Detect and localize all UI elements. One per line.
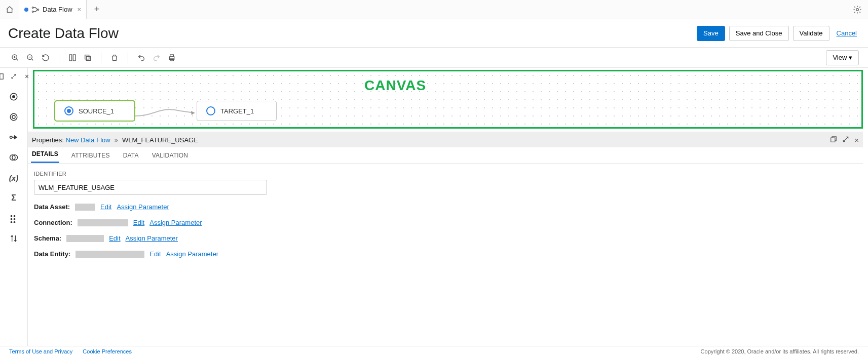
svg-point-21: [11, 215, 13, 217]
print-icon: [168, 54, 176, 62]
copy-button[interactable]: [82, 52, 94, 64]
print-button[interactable]: [166, 52, 178, 64]
properties-tabs: DETAILS ATTRIBUTES DATA VALIDATION: [28, 147, 863, 164]
save-and-close-button[interactable]: Save and Close: [729, 26, 789, 41]
svg-point-25: [11, 221, 13, 223]
svg-point-24: [14, 218, 16, 220]
panel-restore-button[interactable]: [830, 136, 837, 144]
zoom-in-button[interactable]: [9, 52, 21, 64]
svg-point-3: [856, 8, 859, 11]
connection-assign-link[interactable]: Assign Parameter: [149, 219, 202, 226]
palette-sort-operator[interactable]: [8, 233, 19, 244]
redo-button: [150, 52, 163, 64]
data-entity-edit-link[interactable]: Edit: [149, 250, 161, 258]
layout-button[interactable]: [66, 52, 79, 64]
svg-point-1: [32, 11, 33, 12]
svg-rect-11: [170, 55, 174, 57]
data-asset-label: Data Asset:: [34, 203, 70, 211]
page-header: Create Data Flow Save Save and Close Val…: [0, 19, 868, 48]
right-pane: CANVAS SOURCE_1 TARGET_1 Properties: New…: [28, 68, 868, 346]
delete-button[interactable]: [108, 52, 121, 64]
panel-maximize-button[interactable]: [842, 136, 849, 144]
palette-panel-toggle[interactable]: [0, 71, 6, 82]
tab-close-button[interactable]: ×: [78, 6, 82, 13]
data-entity-label: Data Entity:: [34, 250, 70, 258]
target-node-icon: [206, 106, 215, 115]
svg-point-16: [10, 113, 17, 121]
palette-target-operator[interactable]: [8, 111, 19, 123]
validate-button[interactable]: Validate: [793, 26, 829, 41]
panel-icon: [0, 73, 4, 80]
undo-button[interactable]: [135, 52, 147, 64]
svg-rect-27: [831, 138, 835, 142]
data-asset-value-redacted: [75, 204, 95, 211]
undo-icon: [137, 54, 145, 62]
operator-palette: × (x) Σ: [0, 68, 28, 346]
svg-point-15: [13, 96, 15, 98]
zoom-reset-button[interactable]: [40, 52, 52, 64]
properties-body: IDENTIFIER Data Asset: Edit Assign Param…: [28, 164, 863, 265]
data-asset-assign-link[interactable]: Assign Parameter: [117, 203, 169, 211]
schema-value-redacted: [66, 235, 104, 242]
schema-assign-link[interactable]: Assign Parameter: [126, 234, 178, 242]
connection-edit-link[interactable]: Edit: [133, 219, 144, 226]
restore-icon: [830, 136, 837, 143]
palette-expression-operator[interactable]: (x): [8, 172, 19, 183]
tab-validation[interactable]: VALIDATION: [151, 148, 190, 163]
cancel-link[interactable]: Cancel: [834, 29, 860, 37]
tab-label: Data Flow: [43, 6, 72, 13]
cookie-link[interactable]: Cookie Preferences: [83, 348, 132, 354]
separator: [101, 52, 101, 63]
palette-aggregate-operator[interactable]: Σ: [8, 192, 19, 204]
svg-point-2: [37, 9, 39, 10]
palette-join-operator[interactable]: [8, 152, 19, 163]
properties-panel: Properties: New Data Flow » WLM_FEATURE_…: [28, 132, 863, 346]
palette-expand-button[interactable]: [8, 71, 19, 82]
schema-edit-link[interactable]: Edit: [109, 234, 120, 242]
palette-source-operator[interactable]: [8, 91, 19, 102]
svg-point-26: [14, 221, 16, 223]
tab-attributes[interactable]: ATTRIBUTES: [70, 148, 111, 163]
separator: [128, 52, 128, 63]
join-operator-icon: [9, 153, 18, 162]
maximize-icon: [842, 136, 849, 143]
add-tab-button[interactable]: +: [89, 2, 105, 18]
svg-point-18: [10, 136, 13, 139]
svg-point-17: [12, 115, 15, 118]
tab-details[interactable]: DETAILS: [31, 146, 59, 163]
svg-rect-7: [73, 55, 76, 61]
svg-rect-6: [69, 55, 72, 61]
filter-operator-icon: [9, 133, 18, 141]
zoom-out-button[interactable]: [24, 52, 36, 64]
page-footer: Terms of Use and Privacy Cookie Preferen…: [0, 346, 868, 356]
view-label: View: [833, 54, 847, 61]
node-source[interactable]: SOURCE_1: [55, 101, 135, 121]
panel-close-button[interactable]: ×: [854, 136, 859, 144]
target-operator-icon: [9, 112, 18, 122]
home-icon: [6, 6, 14, 14]
data-entity-assign-link[interactable]: Assign Parameter: [166, 250, 218, 258]
save-button[interactable]: Save: [697, 26, 725, 41]
palette-distinct-operator[interactable]: [8, 213, 19, 224]
tab-data[interactable]: DATA: [122, 148, 140, 163]
canvas[interactable]: CANVAS SOURCE_1 TARGET_1: [33, 70, 863, 129]
tab-bar: Data Flow × +: [0, 0, 868, 19]
tab-data-flow[interactable]: Data Flow ×: [19, 0, 87, 19]
view-dropdown[interactable]: View ▾: [826, 50, 859, 65]
breadcrumb-root[interactable]: New Data Flow: [66, 136, 110, 144]
data-asset-edit-link[interactable]: Edit: [100, 203, 111, 211]
terms-link[interactable]: Terms of Use and Privacy: [9, 348, 72, 354]
settings-button[interactable]: [853, 5, 862, 14]
trash-icon: [110, 54, 119, 62]
node-target[interactable]: TARGET_1: [197, 101, 277, 121]
distinct-operator-icon: [9, 214, 18, 223]
copyright-text: Copyright © 2020, Oracle and/or its affi…: [701, 348, 859, 354]
palette-filter-operator[interactable]: [8, 132, 19, 143]
identifier-input[interactable]: [34, 180, 267, 195]
zoom-out-icon: [26, 54, 34, 62]
data-flow-icon: [31, 6, 40, 13]
node-label: TARGET_1: [220, 107, 254, 115]
svg-point-0: [32, 7, 33, 8]
schema-label: Schema:: [34, 234, 61, 242]
home-button[interactable]: [0, 0, 19, 19]
